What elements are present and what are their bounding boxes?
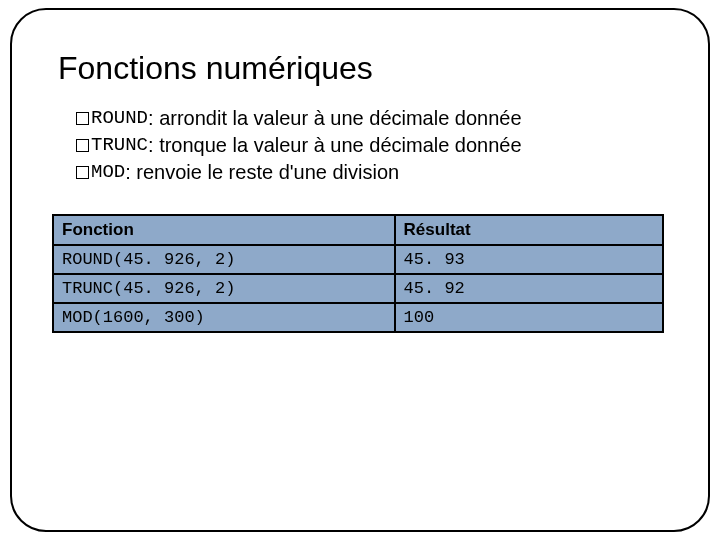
functions-table: Fonction Résultat ROUND(45. 926, 2) 45. …	[52, 214, 664, 333]
bullet-code: ROUND	[91, 106, 148, 132]
bullet-code: TRUNC	[91, 133, 148, 159]
bullet-icon	[76, 166, 89, 179]
cell-function: MOD(1600, 300)	[53, 303, 395, 332]
cell-result: 45. 93	[395, 245, 663, 274]
list-item: ROUND : arrondit la valeur à une décimal…	[76, 105, 668, 132]
table-header-row: Fonction Résultat	[53, 215, 663, 245]
slide-title: Fonctions numériques	[58, 50, 668, 87]
header-function: Fonction	[53, 215, 395, 245]
table-row: TRUNC(45. 926, 2) 45. 92	[53, 274, 663, 303]
cell-result: 100	[395, 303, 663, 332]
bullet-icon	[76, 139, 89, 152]
bullet-text: : tronque la valeur à une décimale donné…	[148, 132, 522, 159]
cell-result: 45. 92	[395, 274, 663, 303]
bullet-code: MOD	[91, 160, 125, 186]
list-item: TRUNC : tronque la valeur à une décimale…	[76, 132, 668, 159]
slide-frame: Fonctions numériques ROUND : arrondit la…	[10, 8, 710, 532]
table-row: ROUND(45. 926, 2) 45. 93	[53, 245, 663, 274]
bullet-text: : renvoie le reste d'une division	[125, 159, 399, 186]
list-item: MOD : renvoie le reste d'une division	[76, 159, 668, 186]
cell-function: TRUNC(45. 926, 2)	[53, 274, 395, 303]
bullet-list: ROUND : arrondit la valeur à une décimal…	[76, 105, 668, 186]
bullet-text: : arrondit la valeur à une décimale donn…	[148, 105, 522, 132]
table-row: MOD(1600, 300) 100	[53, 303, 663, 332]
header-result: Résultat	[395, 215, 663, 245]
cell-function: ROUND(45. 926, 2)	[53, 245, 395, 274]
bullet-icon	[76, 112, 89, 125]
